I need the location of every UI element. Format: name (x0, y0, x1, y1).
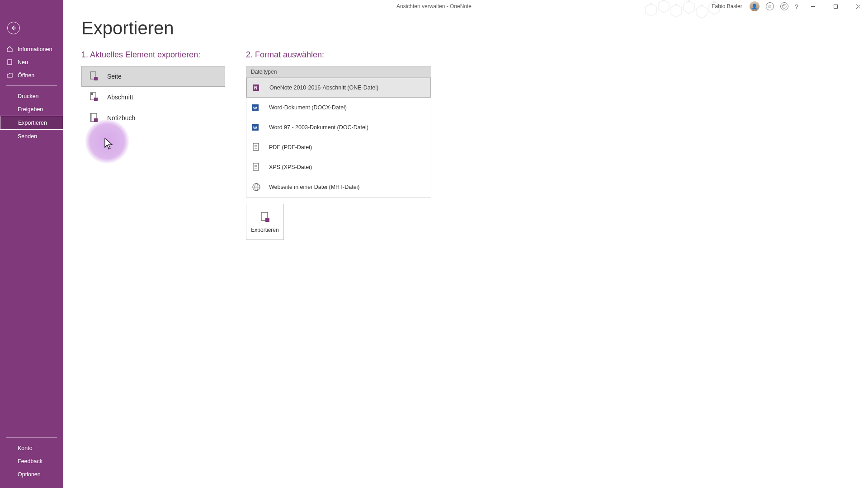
sidebar-item-label: Freigeben (18, 106, 43, 113)
svg-rect-22 (94, 98, 98, 101)
format-item-doc[interactable]: W Word 97 - 2003-Dokument (DOC-Datei) (246, 117, 431, 137)
sidebar-divider (6, 437, 57, 438)
elem-label: Notizbuch (107, 114, 135, 122)
svg-point-9 (688, 0, 690, 2)
sidebar-item-neu[interactable]: Neu (0, 56, 63, 69)
format-list: Dateitypen N OneNote 2010-2016-Abschnitt… (246, 66, 431, 197)
minimize-button[interactable] (805, 1, 821, 11)
svg-text:W: W (253, 126, 257, 130)
svg-point-6 (650, 3, 652, 5)
sidebar-item-informationen[interactable]: Informationen (0, 42, 63, 56)
new-doc-icon (6, 59, 13, 66)
format-header: Dateitypen (246, 66, 431, 78)
sidebar-item-label: Konto (18, 445, 33, 451)
svg-marker-1 (658, 0, 669, 13)
page-icon (88, 70, 100, 82)
word-file-icon: W (251, 102, 262, 113)
format-label: Word-Dokument (DOCX-Datei) (269, 104, 347, 111)
sidebar-item-feedback[interactable]: Feedback (0, 455, 63, 468)
elem-label: Abschnitt (107, 94, 133, 101)
format-label: XPS (XPS-Datei) (269, 164, 312, 170)
export-button[interactable]: Exportieren (246, 204, 284, 240)
export-format-column: 2. Format auswählen: Dateitypen N OneNot… (246, 50, 431, 240)
user-name[interactable]: Fabio Basler (712, 3, 742, 9)
svg-text:W: W (253, 106, 257, 110)
main-content: Exportieren 1. Aktuelles Element exporti… (63, 4, 868, 488)
sidebar-item-label: Feedback (18, 458, 42, 465)
format-label: Webseite in einer Datei (MHT-Datei) (269, 184, 360, 190)
format-label: PDF (PDF-Datei) (269, 144, 312, 150)
svg-text:N: N (254, 85, 257, 90)
page-title: Exportieren (81, 18, 850, 38)
format-item-mht[interactable]: Webseite in einer Datei (MHT-Datei) (246, 177, 431, 197)
sidebar-item-label: Exportieren (18, 120, 47, 126)
sidebar-item-exportieren[interactable]: Exportieren (0, 116, 63, 130)
format-item-pdf[interactable]: PDF (PDF-Datei) (246, 137, 431, 157)
svg-rect-21 (91, 93, 93, 95)
format-label: OneNote 2010-2016-Abschnitt (ONE-Datei) (269, 84, 378, 91)
svg-rect-19 (94, 77, 98, 80)
back-button[interactable] (7, 22, 20, 34)
home-icon (6, 46, 13, 52)
format-label: Word 97 - 2003-Dokument (DOC-Datei) (269, 124, 368, 131)
mht-file-icon (251, 182, 262, 192)
window-title: Ansichten verwalten - OneNote (396, 3, 472, 9)
format-item-xps[interactable]: XPS (XPS-Datei) (246, 157, 431, 177)
svg-rect-17 (8, 60, 12, 65)
sidebar-item-freigeben[interactable]: Freigeben (0, 103, 63, 116)
svg-rect-25 (94, 118, 98, 122)
sidebar-item-senden[interactable]: Senden (0, 130, 63, 143)
format-item-onenote[interactable]: N OneNote 2010-2016-Abschnitt (ONE-Datei… (246, 78, 431, 98)
svg-point-10 (701, 5, 703, 6)
sidebar-item-label: Senden (18, 133, 37, 140)
export-button-label: Exportieren (251, 227, 278, 233)
section-icon (88, 91, 100, 103)
smiley-icon[interactable]: ☺ (766, 2, 774, 10)
sidebar-item-drucken[interactable]: Drucken (0, 89, 63, 103)
pdf-file-icon (251, 142, 262, 153)
svg-marker-3 (684, 1, 694, 14)
section1-heading: 1. Aktuelles Element exportieren: (81, 50, 225, 60)
xps-file-icon (251, 162, 262, 173)
sidebar-item-label: Drucken (18, 93, 39, 99)
sad-icon[interactable]: ☹ (780, 2, 788, 10)
sidebar-item-label: Neu (18, 59, 28, 66)
sidebar-divider (6, 85, 57, 86)
sidebar-item-label: Optionen (18, 471, 41, 478)
word97-file-icon: W (251, 122, 262, 133)
export-action-icon (258, 211, 272, 224)
maximize-button[interactable] (827, 1, 844, 11)
help-icon[interactable]: ? (795, 3, 798, 10)
export-element-notizbuch[interactable]: Notizbuch (81, 108, 225, 128)
svg-point-8 (675, 4, 677, 5)
svg-point-7 (663, 0, 665, 1)
onenote-file-icon: N (251, 82, 262, 93)
cursor-arrow-icon (104, 137, 114, 150)
export-element-abschnitt[interactable]: Abschnitt (81, 87, 225, 108)
close-button[interactable] (850, 1, 866, 11)
export-element-seite[interactable]: Seite (81, 66, 225, 87)
format-item-docx[interactable]: W Word-Dokument (DOCX-Datei) (246, 98, 431, 117)
section2-heading: 2. Format auswählen: (246, 50, 431, 60)
svg-rect-13 (834, 5, 837, 8)
notebook-icon (88, 112, 100, 124)
sidebar-item-label: Öffnen (18, 72, 34, 79)
sidebar: Informationen Neu Öffnen Drucken Freigeb… (0, 0, 63, 488)
sidebar-item-oeffnen[interactable]: Öffnen (0, 69, 63, 82)
titlebar: Ansichten verwalten - OneNote Fabio Basl… (0, 0, 868, 13)
sidebar-item-optionen[interactable]: Optionen (0, 468, 63, 481)
svg-rect-44 (265, 218, 269, 222)
folder-open-icon (6, 72, 13, 79)
export-element-column: 1. Aktuelles Element exportieren: Seite … (81, 50, 225, 240)
elem-label: Seite (107, 73, 122, 80)
sidebar-item-label: Informationen (18, 46, 52, 52)
avatar[interactable]: 👤 (750, 1, 760, 11)
sidebar-item-konto[interactable]: Konto (0, 441, 63, 455)
